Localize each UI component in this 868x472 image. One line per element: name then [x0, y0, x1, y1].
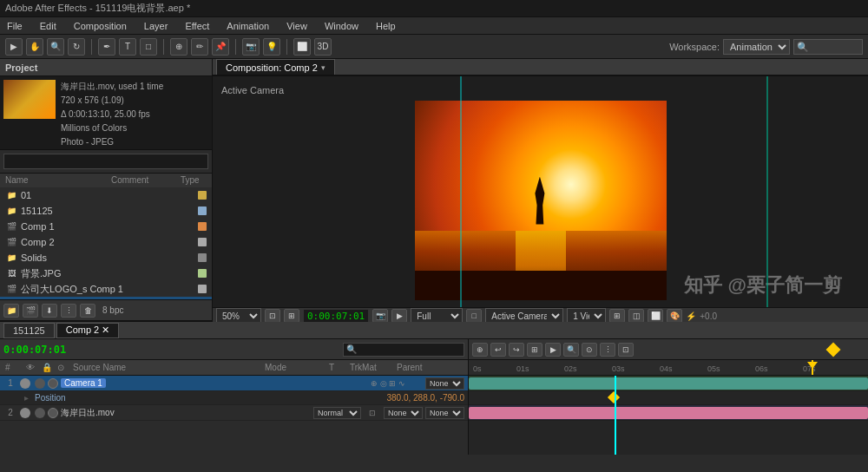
toolbar-brush-btn[interactable]: ✏	[191, 38, 208, 56]
project-item-151125[interactable]: 📁 151125	[0, 203, 212, 219]
track-btn-5[interactable]: ▶	[545, 343, 561, 357]
track-btn-4[interactable]: ⊞	[527, 343, 542, 357]
main-area: Project 海岸日出.mov, used 1 time 720 x 576 …	[0, 59, 868, 320]
project-panel-header: Project	[0, 59, 212, 76]
color-dot	[198, 206, 207, 215]
toolbar-shape-btn[interactable]: □	[140, 38, 157, 56]
toolbar-select-btn[interactable]: ▶	[5, 38, 23, 56]
layer-lock-btn[interactable]	[35, 378, 45, 389]
rock-silhouette	[530, 177, 549, 225]
folder-icon: 📁	[5, 190, 17, 200]
toolbar-light-btn[interactable]: 💡	[263, 38, 280, 56]
timeline-tab-comp2[interactable]: Comp 2 ✕	[56, 323, 120, 338]
menu-effect[interactable]: Effect	[181, 19, 213, 33]
search-input[interactable]	[793, 39, 863, 55]
toolbar-zoom-btn[interactable]: 🔍	[47, 38, 64, 56]
new-comp-btn[interactable]: 🎬	[23, 304, 38, 318]
preview-mode-btn[interactable]: ▶	[391, 309, 407, 323]
menu-layer[interactable]: Layer	[141, 19, 172, 33]
toolbar-pen-btn[interactable]: ✒	[98, 38, 115, 56]
layer-solo-btn[interactable]	[48, 408, 58, 418]
layer-header: # 👁 🔒 ⊙ Source Name Mode T TrkMat Parent	[0, 360, 468, 376]
project-item-solids[interactable]: 📁 Solids	[0, 250, 212, 266]
toolbar-camera-btn[interactable]: 📷	[242, 38, 260, 56]
color-dot	[198, 222, 207, 231]
layer-row-camera1[interactable]: 1 Camera 1 ⊕ ◎ ⊞ ∿ None	[0, 376, 468, 391]
menu-file[interactable]: File	[3, 19, 26, 33]
menu-composition[interactable]: Composition	[70, 19, 130, 33]
trash-btn[interactable]: 🗑	[80, 304, 95, 318]
track-btn-9[interactable]: ⊡	[618, 343, 634, 357]
grid-btn[interactable]: ⊞	[609, 309, 625, 323]
toolbar-pin-btn[interactable]: 📌	[212, 38, 229, 56]
title-bar: Adobe After Effects - 151119电视背景.aep *	[0, 0, 868, 17]
menu-animation[interactable]: Animation	[223, 19, 273, 33]
comp-icon: 🎬	[5, 284, 17, 294]
layer-vis-btn[interactable]	[20, 408, 30, 418]
keyframe-diamond	[608, 391, 620, 403]
flow-btn[interactable]: ⋮	[61, 304, 76, 318]
mask-btn[interactable]: □	[466, 309, 482, 323]
menu-edit[interactable]: Edit	[36, 19, 60, 33]
layer-lock-btn[interactable]	[35, 408, 45, 418]
safe-zones-btn[interactable]: ◫	[628, 309, 644, 323]
time-mark-4s: 04s	[660, 364, 673, 373]
track-btn-6[interactable]: 🔍	[563, 343, 579, 357]
toolbar-hand-btn[interactable]: ✋	[26, 38, 43, 56]
preview-thumbnail	[3, 80, 56, 119]
project-item-01[interactable]: 📁 01	[0, 187, 212, 203]
toolbar-rotate-btn[interactable]: ↻	[68, 38, 85, 56]
search-timeline-input[interactable]	[343, 343, 464, 357]
timeline-tab-151125[interactable]: 151125	[3, 323, 55, 338]
fit-btn[interactable]: ⊡	[265, 309, 280, 323]
menu-window[interactable]: Window	[321, 19, 362, 33]
comp-tab-label: Composition: Comp 2	[226, 62, 318, 73]
track-btn-7[interactable]: ⊙	[582, 343, 597, 357]
import-btn[interactable]: ⬇	[42, 304, 57, 318]
comp-tab-comp2[interactable]: Composition: Comp 2 ▾	[216, 59, 335, 75]
track-btn-3[interactable]: ↪	[509, 343, 524, 357]
playhead	[615, 376, 616, 455]
project-search-area	[0, 150, 212, 174]
timeline-timecode[interactable]: 0:00:07:01	[3, 344, 66, 356]
track-btn-8[interactable]: ⋮	[600, 343, 615, 357]
workspace-select[interactable]: Animation	[723, 39, 790, 55]
tab-dropdown-icon[interactable]: ▾	[321, 63, 326, 72]
toggle-transparency-btn[interactable]: ⬜	[648, 309, 663, 323]
color-btn[interactable]: 🎨	[667, 309, 682, 323]
comp-timecode[interactable]: 0:00:07:01	[303, 309, 369, 324]
parent-col-header: Parent	[395, 363, 464, 372]
color-dot	[198, 285, 207, 293]
new-folder-btn[interactable]: 📁	[3, 304, 19, 318]
toolbar-null-btn[interactable]: ⬜	[293, 38, 311, 56]
camera-icon-btn[interactable]: 📷	[372, 309, 388, 323]
layer-parent-select-camera[interactable]: None	[425, 377, 464, 390]
project-item-comp2[interactable]: 🎬 Comp 2	[0, 234, 212, 250]
time-mark-3s: 03s	[612, 364, 625, 373]
track-btn-1[interactable]: ⊕	[472, 343, 488, 357]
toolbar-clone-btn[interactable]: ⊕	[170, 38, 187, 56]
toolbar-text-btn[interactable]: T	[119, 38, 136, 56]
comp-viewer[interactable]: Active Camera 知乎 @栗子简一剪	[213, 76, 868, 307]
layer-vis-btn[interactable]	[20, 378, 30, 389]
video-canvas	[415, 101, 667, 300]
layer-solo-btn[interactable]	[48, 378, 58, 389]
timeline-track-area: ⊕ ↩ ↪ ⊞ ▶ 🔍 ⊙ ⋮ ⊡ 0s 01s 02s 03s 04s 05s	[469, 339, 868, 455]
toolbar-3d-btn[interactable]: 3D	[314, 38, 332, 56]
project-item-comp1[interactable]: 🎬 Comp 1	[0, 219, 212, 234]
layer-parent-select-video[interactable]: None	[425, 407, 464, 419]
layer-row-video[interactable]: 2 海岸日出.mov Normal ⊡ None None	[0, 405, 468, 421]
menu-help[interactable]: Help	[372, 19, 399, 33]
snap-btn[interactable]: ⊞	[284, 309, 299, 323]
menu-view[interactable]: View	[283, 19, 311, 33]
layer-mode-select[interactable]: Normal	[313, 407, 361, 419]
project-item-logo[interactable]: 🎬 公司大LOGO_s Comp 1	[0, 281, 212, 297]
layer-trkmat-select[interactable]: None	[384, 407, 423, 419]
project-item-bg[interactable]: 🖼 背景.JPG	[0, 266, 212, 281]
project-search-input[interactable]	[3, 154, 208, 169]
preview-area: 海岸日出.mov, used 1 time 720 x 576 (1.09) Δ…	[0, 76, 212, 150]
layer-panel: 0:00:07:01 # 👁 🔒 ⊙ Source Name Mode T Tr…	[0, 339, 469, 455]
offset-label: ⚡	[686, 311, 696, 321]
layer-num: 2	[3, 408, 17, 417]
track-btn-2[interactable]: ↩	[490, 343, 506, 357]
